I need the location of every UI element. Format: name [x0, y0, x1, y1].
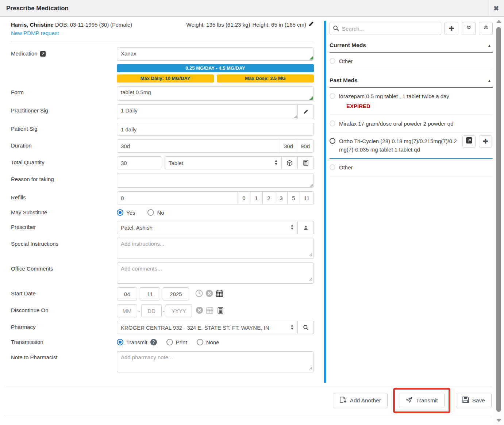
- med-search-input[interactable]: [330, 22, 441, 35]
- refills-quick-0-button[interactable]: 0: [238, 191, 250, 204]
- start-month-input[interactable]: [117, 287, 137, 300]
- refills-quick-1-button[interactable]: 1: [250, 191, 263, 204]
- transmission-transmit-radio[interactable]: [117, 339, 123, 345]
- add-another-button[interactable]: Add Another: [333, 393, 388, 408]
- refills-quick-5-button[interactable]: 5: [288, 191, 300, 204]
- clear-date-icon[interactable]: [205, 290, 213, 298]
- med-radio[interactable]: [330, 58, 335, 64]
- scroll-thumb[interactable]: [496, 27, 501, 412]
- quantity-unit-select[interactable]: Tablet: [165, 156, 282, 169]
- duration-quick-90d-button[interactable]: 90d: [297, 139, 314, 153]
- past-med-ortho-item[interactable]: Ortho Tri-Cyclen (28) 0.18 mg(7)/0.215mg…: [330, 133, 493, 159]
- pharmacy-select[interactable]: KROGER CENTRAL 932 - 324 E. STATE ST. FT…: [117, 321, 298, 334]
- transmission-transmit-label: Transmit: [126, 339, 147, 345]
- refills-input[interactable]: [117, 191, 238, 204]
- prescriber-value: Patel, Ashish: [121, 225, 153, 231]
- past-meds-section-header[interactable]: Past Meds ▲: [330, 74, 493, 88]
- form-field-wrap: tablet 0.5mg: [117, 86, 314, 101]
- start-day-input[interactable]: [140, 287, 160, 300]
- resize-handle-icon[interactable]: [309, 96, 313, 100]
- special-instructions-input[interactable]: [121, 241, 310, 256]
- help-icon[interactable]: ?: [150, 339, 157, 345]
- edit-vitals-icon[interactable]: [308, 20, 314, 29]
- refills-quick-3-button[interactable]: 3: [275, 191, 288, 204]
- calculator-button[interactable]: [298, 156, 314, 169]
- add-med-button[interactable]: ✚: [479, 135, 492, 148]
- plus-icon: ✚: [483, 137, 488, 146]
- transmission-print-radio[interactable]: [166, 339, 173, 345]
- office-comments-input[interactable]: [121, 265, 310, 281]
- resize-handle-icon[interactable]: [309, 251, 312, 257]
- floppy-icon: [462, 397, 469, 405]
- discontinue-month-input[interactable]: [117, 304, 137, 317]
- external-link-icon[interactable]: [40, 51, 46, 58]
- form-input[interactable]: tablet 0.5mg: [121, 89, 310, 98]
- new-pdmp-request-link[interactable]: New PDMP request: [11, 29, 314, 37]
- resize-handle-icon[interactable]: [309, 56, 313, 60]
- substitute-no-radio[interactable]: [147, 209, 154, 216]
- refills-quick-11-button[interactable]: 11: [300, 191, 314, 204]
- resize-handle-icon[interactable]: [309, 276, 312, 282]
- add-med-button[interactable]: ✚: [445, 22, 458, 35]
- max-dose-badge: Max Dose: 3.5 MG: [217, 74, 314, 83]
- past-meds-other-item[interactable]: Other: [330, 159, 493, 176]
- discontinue-year-input[interactable]: [166, 304, 192, 317]
- past-med-lorazepam-item[interactable]: lorazepam 0.5 mg tablet , 1 tablet twice…: [330, 88, 493, 115]
- modal-title: Prescribe Medication: [0, 5, 488, 12]
- collapse-all-button[interactable]: [479, 22, 493, 35]
- duration-input[interactable]: [117, 139, 280, 153]
- transmit-button[interactable]: Transmit: [399, 393, 445, 408]
- resize-handle-icon[interactable]: [310, 184, 313, 187]
- calculate-date-icon[interactable]: [217, 307, 224, 315]
- current-meds-section-header[interactable]: Current Meds ▲: [330, 39, 493, 53]
- edit-sig-button[interactable]: [298, 104, 314, 119]
- patient-demographics: Harris, Christine DOB: 03-11-1995 (30) (…: [11, 20, 132, 29]
- total-quantity-input[interactable]: [117, 156, 161, 169]
- patient-sig-input[interactable]: [117, 123, 314, 136]
- med-radio[interactable]: [330, 120, 335, 126]
- scroll-up-icon[interactable]: [496, 20, 501, 23]
- med-item-text: lorazepam 0.5 mg tablet , 1 tablet twice…: [339, 92, 449, 100]
- pharmacy-search-button[interactable]: [298, 321, 314, 334]
- current-meds-other-item[interactable]: Other: [330, 53, 493, 70]
- past-med-miralax-item[interactable]: Miralax 17 gram/dose oral powder 2 powde…: [330, 115, 493, 133]
- close-icon[interactable]: ✖: [488, 0, 504, 16]
- patient-sig-label: Patient Sig: [11, 126, 38, 132]
- expand-all-button[interactable]: [462, 22, 476, 35]
- start-year-input[interactable]: [163, 287, 189, 300]
- dispense-package-button[interactable]: [282, 156, 298, 169]
- calendar-icon[interactable]: [216, 290, 223, 298]
- clock-icon[interactable]: [195, 290, 203, 298]
- substitute-yes-radio[interactable]: [117, 209, 123, 216]
- clear-date-icon[interactable]: [196, 306, 203, 315]
- open-med-button[interactable]: [462, 135, 476, 148]
- calendar-icon[interactable]: [206, 306, 213, 315]
- scroll-down-icon[interactable]: [496, 419, 501, 422]
- med-radio[interactable]: [330, 93, 335, 99]
- med-radio-selected[interactable]: [330, 138, 335, 144]
- reason-input[interactable]: [121, 176, 310, 185]
- resize-handle-icon[interactable]: [309, 365, 312, 371]
- duration-quick-30d-button[interactable]: 30d: [280, 139, 297, 153]
- reason-field-wrap: [117, 173, 314, 188]
- resize-handle-icon[interactable]: [294, 115, 297, 118]
- select-arrows-icon: [274, 160, 278, 166]
- med-radio[interactable]: [330, 164, 335, 170]
- discontinue-day-input[interactable]: [141, 304, 162, 317]
- transmission-none-radio[interactable]: [197, 339, 203, 345]
- modal-footer: Add Another Transmit Save: [4, 386, 492, 415]
- medication-input[interactable]: Xanax: [121, 50, 310, 58]
- practitioner-sig-input[interactable]: 1 Daily: [121, 107, 294, 116]
- pharmacy-note-input[interactable]: [121, 354, 310, 370]
- total-quantity-label: Total Quantity: [11, 159, 45, 165]
- plus-icon: ✚: [449, 25, 454, 32]
- patient-header: Harris, Christine DOB: 03-11-1995 (30) (…: [11, 20, 314, 41]
- pharmacy-label: Pharmacy: [11, 324, 36, 330]
- refills-label: Refills: [11, 194, 26, 200]
- prescriber-person-button[interactable]: [298, 221, 314, 234]
- prescriber-select[interactable]: Patel, Ashish: [117, 221, 298, 234]
- substitute-no-label: No: [157, 210, 164, 216]
- refills-quick-2-button[interactable]: 2: [263, 191, 275, 204]
- scrollbar[interactable]: [494, 17, 504, 425]
- save-button[interactable]: Save: [456, 393, 492, 408]
